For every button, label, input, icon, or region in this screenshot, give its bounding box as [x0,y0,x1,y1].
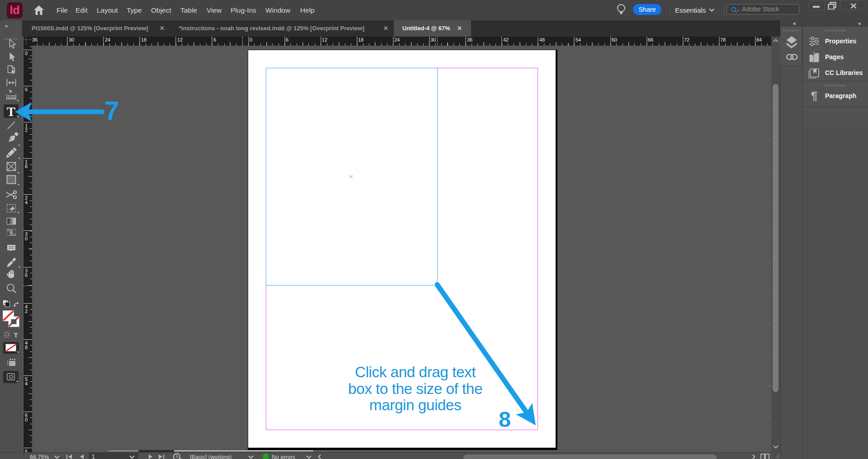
svg-text:T: T [14,331,18,339]
svg-text:¶: ¶ [811,89,817,103]
